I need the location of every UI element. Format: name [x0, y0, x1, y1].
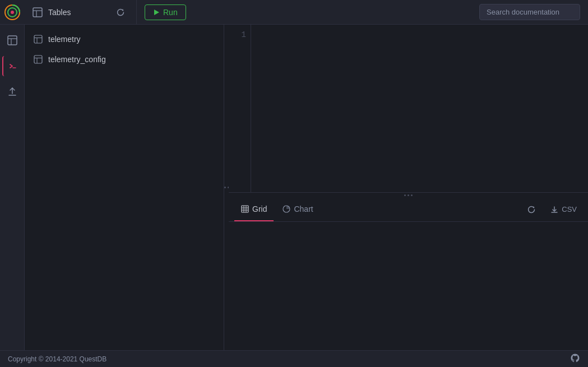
download-icon — [550, 206, 558, 213]
tab-chart-label: Chart — [294, 205, 313, 213]
refresh-results-icon — [527, 205, 536, 214]
svg-rect-15 — [34, 55, 42, 63]
logo-area — [0, 0, 25, 25]
table-name: telemetry_config — [48, 55, 106, 64]
tables-label: Tables — [48, 8, 71, 17]
line-number: 1 — [233, 30, 246, 39]
editor-area: 1 — [229, 25, 588, 193]
refresh-icon — [116, 8, 125, 17]
chart-icon — [283, 205, 290, 213]
tab-grid[interactable]: Grid — [234, 197, 274, 221]
sql-editor[interactable] — [251, 25, 588, 192]
svg-point-2 — [11, 11, 14, 14]
play-icon — [153, 9, 160, 16]
results-tabs-bar: Grid Chart — [229, 197, 588, 222]
right-panel: 1 — [229, 25, 588, 350]
drag-dots — [404, 194, 413, 196]
refresh-results-button[interactable] — [522, 201, 540, 219]
table-name: telemetry — [48, 35, 81, 44]
svg-rect-12 — [34, 35, 42, 43]
svg-rect-3 — [33, 8, 42, 17]
github-icon — [570, 353, 580, 363]
nav-tables-button[interactable] — [2, 30, 22, 50]
tables-section: Tables — [25, 0, 137, 24]
svg-rect-7 — [8, 36, 17, 45]
side-nav — [0, 25, 25, 350]
results-content — [229, 222, 588, 350]
nav-upload-button[interactable] — [2, 82, 22, 102]
export-csv-button[interactable]: CSV — [545, 201, 582, 219]
run-label: Run — [163, 8, 178, 17]
tab-grid-label: Grid — [252, 205, 267, 213]
tables-section-icon — [33, 7, 43, 17]
csv-label: CSV — [562, 205, 577, 213]
line-numbers: 1 — [229, 25, 251, 192]
nav-editor-icon — [8, 61, 18, 71]
refresh-tables-button[interactable] — [113, 4, 128, 20]
results-tab-actions: CSV — [522, 201, 582, 219]
copyright-text: Copyright © 2014-2021 QuestDB — [8, 355, 107, 363]
top-bar: Tables Run — [0, 0, 588, 25]
tables-panel: telemetry telemetry_config — [25, 25, 224, 350]
svg-rect-18 — [242, 206, 248, 212]
nav-tables-icon — [7, 35, 17, 45]
svg-marker-6 — [154, 10, 159, 15]
list-item[interactable]: telemetry_config — [25, 49, 224, 69]
footer: Copyright © 2014-2021 QuestDB — [0, 350, 588, 367]
horizontal-drag-handle[interactable] — [229, 193, 588, 197]
nav-upload-icon — [7, 87, 17, 97]
github-link[interactable] — [570, 353, 580, 365]
nav-editor-button[interactable] — [2, 56, 22, 76]
table-row-icon — [34, 55, 43, 64]
vertical-drag-handle[interactable] — [224, 25, 229, 350]
search-documentation-input[interactable] — [479, 4, 580, 20]
table-row-icon — [34, 35, 43, 44]
grid-icon — [241, 205, 249, 213]
list-item[interactable]: telemetry — [25, 29, 224, 49]
main-content: telemetry telemetry_config 1 — [0, 25, 588, 350]
logo-icon — [4, 4, 20, 20]
results-area: Grid Chart — [229, 197, 588, 350]
run-button[interactable]: Run — [145, 4, 186, 20]
tab-chart[interactable]: Chart — [276, 197, 320, 221]
